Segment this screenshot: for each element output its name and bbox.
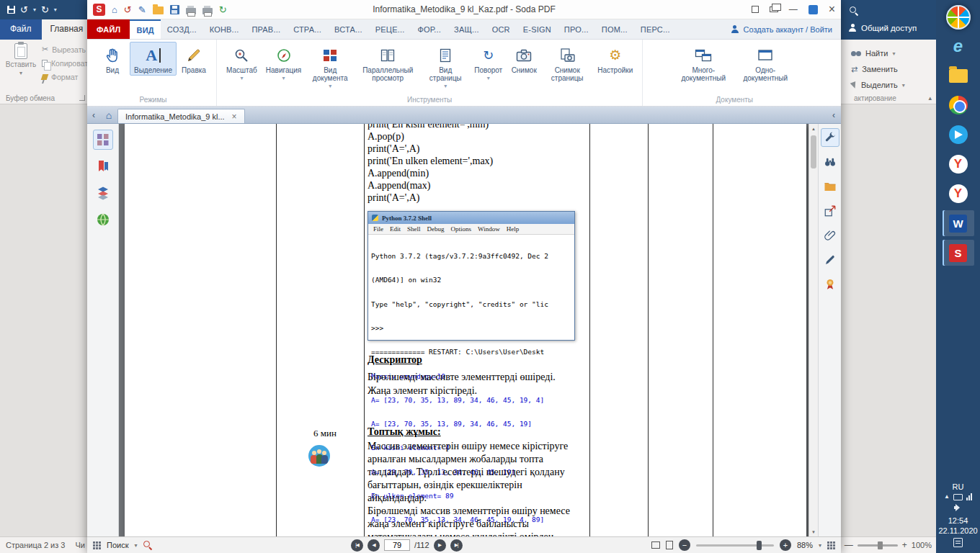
view-options-icon[interactable] — [827, 541, 835, 549]
start-button[interactable] — [946, 5, 971, 30]
tab-personalize[interactable]: ПЕРС... — [634, 19, 677, 39]
format-painter-button[interactable]: Формат — [42, 73, 87, 81]
last-page-button[interactable]: ▶| — [450, 539, 463, 552]
search-label[interactable]: Поиск — [107, 541, 128, 549]
soda-logo[interactable]: S — [93, 4, 105, 16]
previous-page-button[interactable]: ◀ — [368, 539, 380, 552]
tab-secure[interactable]: ЗАЩ... — [447, 19, 486, 39]
fullscreen-icon[interactable] — [752, 6, 759, 13]
bookmarks-panel-icon[interactable] — [93, 156, 113, 176]
search-icon[interactable] — [850, 6, 858, 15]
ribbon-item-page-view[interactable]: Вид страницы ▾ — [421, 42, 470, 90]
ribbon-item-page-snapshot[interactable]: Снимок страницы — [541, 42, 593, 84]
home-tab-icon[interactable]: ⌂ — [100, 107, 117, 123]
undo-dropdown-icon[interactable]: ▾ — [33, 6, 36, 13]
word-tab-file[interactable]: Файл — [0, 19, 42, 40]
tab-view[interactable]: ВИД — [130, 19, 160, 39]
zoom-in-button[interactable]: + — [780, 539, 791, 551]
ribbon-item-parallel-view[interactable]: Параллельный просмотр — [355, 42, 421, 84]
clock[interactable]: 12:54 22.11.2020 — [938, 516, 977, 536]
dialog-launcher-icon[interactable] — [79, 95, 85, 101]
copy-button[interactable]: Копировать — [42, 59, 87, 68]
thumbnails-panel-icon[interactable] — [93, 130, 113, 150]
print-icon[interactable] — [186, 8, 196, 14]
undo-icon[interactable]: ↺ — [124, 5, 132, 14]
account-link[interactable]: Создать аккаунт / Войти — [731, 19, 841, 39]
scroll-down-icon[interactable]: ▼ — [809, 527, 818, 536]
tab-insert[interactable]: ВСТА... — [328, 19, 369, 39]
export-icon[interactable] — [821, 202, 839, 220]
vertical-scrollbar[interactable]: ▲ ▼ — [808, 124, 818, 536]
collapse-panel-icon[interactable]: ‹ — [827, 107, 841, 123]
tab-help[interactable]: ПОМ... — [595, 19, 634, 39]
tab-create[interactable]: СОЗД... — [161, 19, 203, 39]
redo-icon[interactable]: ↻ — [41, 5, 49, 14]
qat-customize-icon[interactable]: ▾ — [54, 6, 57, 13]
chevron-down-icon[interactable]: ▾ — [819, 542, 821, 549]
tab-convert[interactable]: КОНВ... — [203, 19, 246, 39]
network-icon[interactable] — [966, 493, 972, 500]
ribbon-item-multi-document[interactable]: Много-документный — [672, 42, 734, 84]
paste-button[interactable]: Вставить ▾ — [4, 43, 37, 95]
fit-width-icon[interactable] — [651, 541, 660, 549]
badge-icon[interactable] — [821, 275, 839, 294]
word-tab-home[interactable]: Главная — [42, 19, 87, 40]
touch-keyboard-icon[interactable] — [953, 494, 963, 500]
tools-panel-icon[interactable] — [821, 128, 839, 147]
ribbon-item-document-view[interactable]: Вид документа ▾ — [306, 42, 355, 90]
zoom-slider[interactable] — [858, 544, 898, 547]
save-icon[interactable] — [170, 5, 179, 14]
taskbar-soda-icon[interactable]: S — [943, 240, 974, 266]
scroll-up-icon[interactable]: ▲ — [809, 124, 818, 133]
hidden-icons-chevron[interactable]: ▲ — [944, 494, 950, 500]
tab-pages[interactable]: СТРА... — [287, 19, 328, 39]
links-panel-icon[interactable] — [93, 210, 113, 230]
taskbar-explorer-icon[interactable] — [943, 63, 974, 89]
layers-panel-icon[interactable] — [93, 183, 113, 203]
multi-window-icon[interactable] — [770, 6, 778, 12]
scroll-tabs-left-icon[interactable]: ‹ — [87, 107, 100, 123]
open-file-icon[interactable] — [153, 6, 164, 14]
maximize-button[interactable] — [808, 5, 818, 14]
taskbar-yandex-icon[interactable]: Y — [943, 151, 974, 177]
tab-review[interactable]: РЕЦЕ... — [369, 19, 411, 39]
page-indicator[interactable]: Страница 2 из 3 — [6, 541, 65, 549]
ribbon-item-view[interactable]: Вид — [95, 42, 130, 76]
zoom-in-button[interactable]: + — [902, 540, 907, 550]
home-icon[interactable]: ⌂ — [112, 5, 117, 14]
undo-icon[interactable]: ↺ — [20, 5, 28, 14]
tab-file[interactable]: ФАЙЛ — [87, 19, 130, 39]
tab-forms[interactable]: ФОР... — [411, 19, 448, 39]
page-number-input[interactable] — [384, 539, 410, 551]
attachment-icon[interactable] — [821, 226, 839, 245]
taskbar-telegram-icon[interactable] — [943, 122, 974, 148]
word-count-partial[interactable]: Чи — [75, 541, 84, 549]
share-button[interactable]: Общий доступ — [848, 24, 917, 32]
select-button[interactable]: Выделить ▾ — [851, 77, 936, 93]
minimize-button[interactable]: — — [789, 6, 798, 13]
zoom-level[interactable]: 88% — [797, 541, 813, 549]
zoom-level[interactable]: 100% — [912, 541, 932, 549]
edit-pen-icon[interactable]: ✎ — [138, 5, 146, 14]
chevron-down-icon[interactable]: ▾ — [134, 542, 137, 549]
sign-pen-icon[interactable] — [821, 251, 839, 269]
tab-esign[interactable]: E-SIGN — [517, 19, 558, 39]
print-file-icon[interactable] — [202, 8, 213, 14]
ribbon-item-single-document[interactable]: Одно-документный — [734, 42, 796, 84]
ribbon-item-edit[interactable]: Правка — [177, 42, 211, 76]
replace-button[interactable]: ⇄ Заменить — [851, 61, 936, 77]
taskbar-chrome-icon[interactable] — [943, 92, 974, 118]
menu-grid-icon[interactable] — [93, 541, 101, 549]
cut-button[interactable]: ✂ Вырезать — [42, 45, 87, 54]
volume-icon[interactable] — [954, 504, 962, 511]
ribbon-item-zoom[interactable]: Масштаб ▾ — [222, 42, 262, 82]
taskbar-yandex-mail-icon[interactable]: Y — [943, 181, 974, 207]
taskbar-word-icon[interactable]: W — [943, 210, 974, 236]
close-tab-icon[interactable]: × — [232, 112, 237, 122]
ribbon-item-settings[interactable]: ⚙ Настройки — [593, 42, 637, 76]
ribbon-item-snapshot[interactable]: Снимок — [507, 42, 541, 76]
ribbon-item-rotate[interactable]: ↻ Поворот ▾ — [470, 42, 507, 82]
tab-pro[interactable]: ПРО... — [558, 19, 595, 39]
zoom-slider-thumb[interactable] — [757, 541, 762, 550]
zoom-slider[interactable] — [696, 544, 774, 547]
